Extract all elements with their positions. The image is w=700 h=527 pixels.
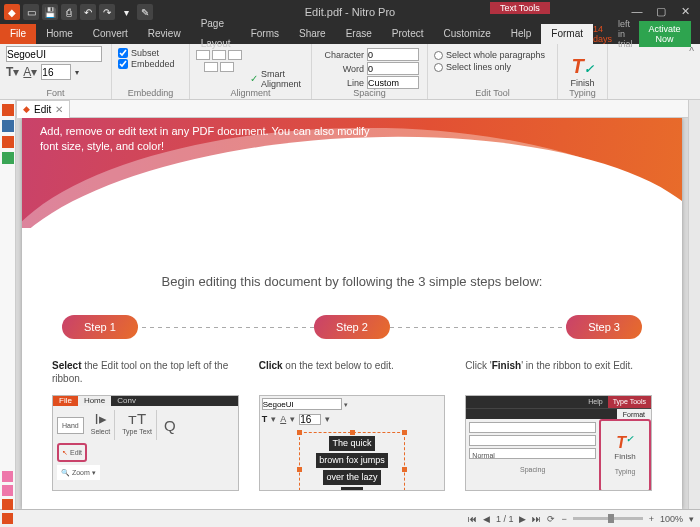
doc-tab-icon: ◆ — [23, 104, 30, 114]
align-left-button[interactable] — [196, 50, 210, 60]
ribbon-group-embedding: Subset Embedded Embedding — [112, 44, 190, 99]
ribbon-group-alignment: ✓ Smart Alignment Alignment — [190, 44, 312, 99]
tool-icon[interactable]: ✎ — [137, 4, 153, 20]
app-logo-icon[interactable]: ◆ — [4, 4, 20, 20]
select-whole-paragraphs-radio[interactable]: Select whole paragraphs — [434, 50, 551, 60]
statusbar: ⏮ ◀ 1 / 1 ▶ ⏭ ⟳ − + 100% ▾ — [0, 509, 700, 527]
sidebar-icon-3[interactable] — [2, 136, 14, 148]
document-tab[interactable]: ◆ Edit ✕ — [16, 100, 70, 118]
spacing-word-input[interactable] — [367, 62, 419, 75]
sidebar-bottom-1[interactable] — [2, 471, 13, 482]
close-button[interactable]: ✕ — [678, 5, 692, 19]
shot2-font — [262, 398, 342, 410]
shot3-typetools: Type Tools — [608, 396, 651, 408]
steps-row: Step 1 Step 2 Step 3 — [62, 315, 642, 339]
menu-protect[interactable]: Protect — [382, 24, 434, 44]
menu-home[interactable]: Home — [36, 24, 83, 44]
menu-convert[interactable]: Convert — [83, 24, 138, 44]
col1-bold: Select — [52, 360, 81, 371]
column-3: Click 'Finish' in the ribbon to exit Edi… — [465, 359, 652, 491]
shot1-select-icon: I▸ — [94, 412, 106, 425]
shot3-input1 — [469, 422, 596, 433]
finish-icon[interactable]: T✓ — [571, 55, 593, 78]
instruction-text: Begin editing this document by following… — [52, 274, 652, 289]
shot1-file: File — [53, 396, 78, 406]
more-icon[interactable]: ▾ — [118, 4, 134, 20]
ribbon-group-typing: T✓ Finish Typing — [558, 44, 608, 99]
zoom-dropdown-icon[interactable]: ▾ — [689, 514, 694, 524]
login-link[interactable]: Log In — [697, 24, 700, 44]
ribbon-label-embedding: Embedding — [112, 88, 189, 98]
sidebar-bottom-3[interactable] — [2, 499, 13, 510]
nav-next-icon[interactable]: ▶ — [519, 514, 526, 524]
page-indicator: 1 / 1 — [496, 514, 514, 524]
shot1-select: Select — [91, 425, 110, 438]
zoom-in-icon[interactable]: + — [649, 514, 654, 524]
size-dropdown-icon[interactable]: ▾ — [75, 68, 79, 77]
shot2-line3: over the lazy — [323, 470, 380, 485]
sidebar-icon-1[interactable] — [2, 104, 14, 116]
ribbon-group-edit-tool: Select whole paragraphs Select lines onl… — [428, 44, 558, 99]
sidebar-bottom-4[interactable] — [2, 513, 13, 524]
col3-text: in the ribbon to exit Edit. — [523, 360, 633, 371]
ribbon: T▾ A▾ ▾ Font Subset Embedded Embedding ✓ — [0, 44, 700, 100]
doc-tab-close-icon[interactable]: ✕ — [55, 104, 63, 115]
subset-checkbox[interactable]: Subset — [118, 48, 183, 58]
align-full-button[interactable] — [220, 62, 234, 72]
select-lines-only-radio[interactable]: Select lines only — [434, 62, 551, 72]
zoom-slider[interactable] — [573, 517, 643, 520]
menu-erase[interactable]: Erase — [336, 24, 382, 44]
trial-days: 14 days — [593, 24, 612, 44]
print-icon[interactable]: ⎙ — [61, 4, 77, 20]
text-color-icon[interactable]: T▾ — [6, 65, 19, 79]
sidebar-icon-4[interactable] — [2, 152, 14, 164]
embedded-checkbox[interactable]: Embedded — [118, 59, 183, 69]
collapse-ribbon-button[interactable]: ^ — [683, 44, 700, 99]
shot3-help: Help — [583, 396, 607, 408]
zoom-out-icon[interactable]: − — [561, 514, 566, 524]
maximize-button[interactable]: ▢ — [654, 5, 668, 19]
menu-review[interactable]: Review — [138, 24, 191, 44]
banner-line1: Add, remove or edit text in any PDF docu… — [40, 124, 370, 139]
sidebar-icon-2[interactable] — [2, 120, 14, 132]
undo-icon[interactable]: ↶ — [80, 4, 96, 20]
ribbon-label-spacing: Spacing — [312, 88, 427, 98]
menu-forms[interactable]: Forms — [241, 24, 289, 44]
menu-file[interactable]: File — [0, 24, 36, 44]
spacing-char-input[interactable] — [367, 48, 419, 61]
screenshot-3: HelpType Tools Format Normal Spacing — [465, 395, 652, 491]
menu-format[interactable]: Format — [541, 24, 593, 44]
cursor-icon: ↖ — [62, 446, 68, 459]
nav-first-icon[interactable]: ⏮ — [468, 514, 477, 524]
refresh-icon[interactable]: ⟳ — [547, 514, 555, 524]
step-2-pill: Step 2 — [314, 315, 390, 339]
font-style-icon[interactable]: A▾ — [23, 65, 37, 79]
shot2-line4: dog — [341, 487, 362, 491]
align-center-button[interactable] — [212, 50, 226, 60]
shot1-hand: Hand — [62, 422, 79, 429]
spacing-word-label: Word — [318, 64, 364, 74]
sidebar-bottom-2[interactable] — [2, 485, 13, 496]
banner: Add, remove or edit text in any PDF docu… — [22, 118, 682, 228]
align-right-button[interactable] — [228, 50, 242, 60]
vertical-scrollbar[interactable] — [688, 100, 700, 509]
menu-customize[interactable]: Customize — [434, 24, 501, 44]
font-family-select[interactable] — [6, 46, 102, 62]
align-justify-button[interactable] — [204, 62, 218, 72]
redo-icon[interactable]: ↷ — [99, 4, 115, 20]
menu-share[interactable]: Share — [289, 24, 336, 44]
menu-help[interactable]: Help — [501, 24, 542, 44]
font-size-input[interactable] — [41, 64, 71, 80]
shot3-format: Format — [617, 409, 651, 419]
finish-label[interactable]: Finish — [570, 78, 594, 88]
nav-prev-icon[interactable]: ◀ — [483, 514, 490, 524]
minimize-button[interactable]: — — [630, 5, 644, 19]
shot2-textbox: The quick brown fox jumps over the lazy … — [299, 432, 405, 491]
menubar: File Home Convert Review Page Layout For… — [0, 24, 700, 44]
col3-pre: Click ' — [465, 360, 491, 371]
left-sidebar — [0, 100, 16, 509]
open-icon[interactable]: ▭ — [23, 4, 39, 20]
shot1-typetext-icon: ᴛT — [128, 412, 146, 425]
save-icon[interactable]: 💾 — [42, 4, 58, 20]
nav-last-icon[interactable]: ⏭ — [532, 514, 541, 524]
